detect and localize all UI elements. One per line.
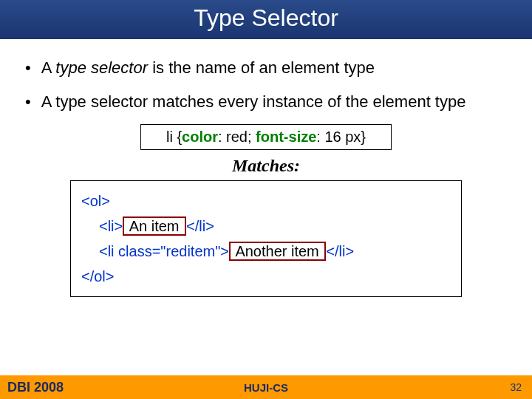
bullet-text-pre: A type selector matches every instance o… bbox=[41, 92, 466, 111]
tag-li-open: <li> bbox=[99, 218, 123, 234]
tag-li-close: </li> bbox=[326, 243, 354, 259]
footer-left: DBI 2008 bbox=[7, 380, 64, 395]
bullet-text-pre: A bbox=[41, 58, 56, 77]
code-line: </ol> bbox=[81, 264, 451, 289]
code-tail: : 16 px} bbox=[316, 129, 366, 145]
bullet-text-post: is the name of an element type bbox=[148, 58, 375, 77]
tag-ol-open: <ol> bbox=[81, 193, 110, 209]
tag-li-open: <li class="reditem"> bbox=[99, 243, 229, 259]
title-bar: Type Selector bbox=[0, 0, 532, 39]
tag-ol-close: </ol> bbox=[81, 268, 114, 284]
bullet-item: • A type selector matches every instance… bbox=[21, 91, 511, 113]
matches-heading: Matches: bbox=[21, 156, 511, 176]
bullet-text-em: type selector bbox=[55, 58, 148, 77]
footer-page-number: 32 bbox=[510, 381, 522, 393]
footer-bar: DBI 2008 HUJI-CS 32 bbox=[0, 375, 532, 399]
css-rule-box: li {color: red; font-size: 16 px} bbox=[140, 124, 392, 150]
tag-li-close: </li> bbox=[186, 218, 214, 234]
matched-text-highlight: An item bbox=[123, 216, 186, 236]
bullet-dot-icon: • bbox=[25, 91, 31, 113]
bullet-item: • A type selector is the name of an elem… bbox=[21, 57, 511, 79]
bullet-dot-icon: • bbox=[25, 57, 31, 79]
code-selector: li { bbox=[166, 129, 182, 145]
html-example-box: <ol> <li> An item </li> <li class="redit… bbox=[70, 180, 462, 297]
matched-text-highlight: Another item bbox=[229, 242, 326, 261]
content-area: • A type selector is the name of an elem… bbox=[0, 39, 532, 297]
code-line: <li> An item </li> bbox=[99, 214, 451, 239]
bullet-text: A type selector is the name of an elemen… bbox=[41, 57, 375, 79]
page-title: Type Selector bbox=[194, 4, 338, 31]
code-line: <li class="reditem"> Another item </li> bbox=[99, 239, 451, 264]
footer-center: HUJI-CS bbox=[244, 381, 288, 394]
code-val: : red; bbox=[218, 129, 256, 145]
code-line: <ol> bbox=[81, 188, 451, 214]
code-prop: color bbox=[182, 129, 218, 145]
code-prop: font-size bbox=[256, 129, 316, 145]
bullet-text: A type selector matches every instance o… bbox=[41, 91, 466, 113]
